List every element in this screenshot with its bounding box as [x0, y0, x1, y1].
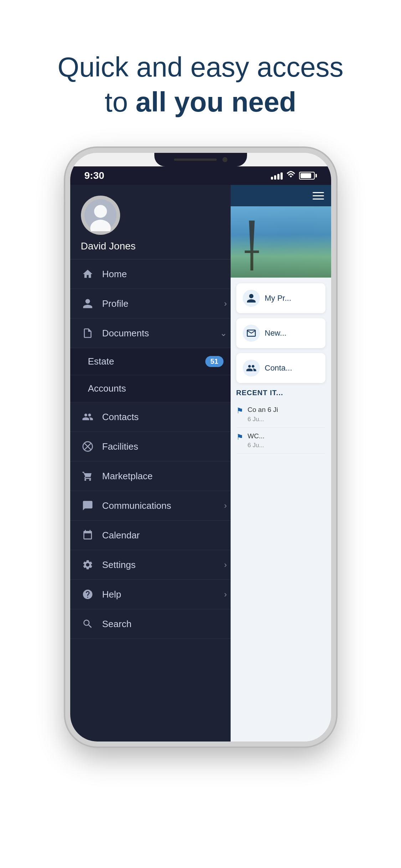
- sidebar-item-accounts[interactable]: Accounts: [70, 375, 238, 402]
- recent-items-title: RECENT IT...: [236, 389, 325, 397]
- sky-bg: [231, 206, 331, 278]
- sidebar-item-documents[interactable]: Documents ⌄: [70, 319, 238, 348]
- chevron-right-icon-help: ›: [224, 589, 227, 599]
- recent-items-section: RECENT IT... ⚑ Co an 6 Ji 6 Ju... ⚑ WC..…: [231, 389, 331, 454]
- sidebar-item-home[interactable]: Home: [70, 259, 238, 289]
- hero-line2-prefix: to: [105, 86, 136, 118]
- hero-line2-bold: all you need: [135, 86, 296, 118]
- right-panel-header: [231, 185, 331, 206]
- sidebar-header: David Jones: [70, 185, 238, 259]
- quick-access-cards: My Pr... New... Conta...: [231, 278, 331, 389]
- phone-container: 9:30: [0, 148, 401, 746]
- sidebar-item-communications[interactable]: Communications ›: [70, 491, 238, 521]
- chat-icon: [81, 499, 94, 512]
- phone-frame: 9:30: [65, 148, 336, 746]
- hamburger-menu-button[interactable]: [313, 192, 324, 200]
- hero-line1: Quick and easy access: [57, 51, 343, 83]
- recent-item-2-date: 6 Ju...: [248, 442, 265, 449]
- chevron-down-icon: ⌄: [220, 328, 227, 338]
- sidebar-item-settings[interactable]: Settings ›: [70, 550, 238, 580]
- contacts-icon: [81, 410, 94, 424]
- sidebar-item-label-marketplace: Marketplace: [102, 471, 227, 482]
- profile-card-icon: [243, 290, 260, 307]
- hamburger-line-1: [313, 192, 324, 193]
- document-icon: [81, 326, 94, 340]
- user-name: David Jones: [81, 241, 227, 252]
- sidebar-item-search[interactable]: Search: [70, 609, 238, 639]
- news-card-icon: [243, 325, 260, 342]
- contacts-card-icon: [243, 360, 260, 377]
- chevron-right-icon: ›: [224, 299, 227, 309]
- settings-icon: [81, 558, 94, 572]
- chevron-right-icon-settings: ›: [224, 560, 227, 570]
- sidebar-item-label-communications: Communications: [102, 500, 224, 511]
- sidebar-item-contacts[interactable]: Contacts: [70, 402, 238, 432]
- flag-icon-1: ⚑: [236, 406, 243, 415]
- person-icon: [81, 297, 94, 310]
- recent-item-1-content: Co an 6 Ji 6 Ju...: [248, 405, 278, 423]
- signal-bar-2: [274, 175, 276, 180]
- recent-item-1-date: 6 Ju...: [248, 416, 278, 423]
- cart-icon: [81, 469, 94, 483]
- status-time: 9:30: [84, 170, 104, 181]
- notch-camera: [222, 157, 227, 162]
- sidebar-item-label-settings: Settings: [102, 559, 224, 570]
- sidebar-item-help[interactable]: Help ›: [70, 580, 238, 609]
- recent-item-1-text: Co an 6 Ji: [248, 405, 278, 414]
- battery-tip: [315, 174, 317, 177]
- battery-body: [299, 172, 315, 180]
- card-my-profile-label: My Pr...: [265, 294, 292, 303]
- hero-heading: Quick and easy access to all you need: [29, 50, 372, 119]
- phone-notch: [154, 153, 247, 166]
- sidebar-item-label-search: Search: [102, 619, 227, 630]
- right-panel: My Pr... New... Conta... RECENT: [231, 185, 331, 742]
- chevron-right-icon-comms: ›: [224, 501, 227, 511]
- signal-bars-icon: [271, 172, 283, 180]
- sidebar-item-label-profile: Profile: [102, 298, 224, 309]
- estate-badge: 51: [205, 356, 223, 367]
- status-bar: 9:30: [70, 166, 331, 185]
- hamburger-line-3: [313, 198, 324, 200]
- svg-point-1: [94, 205, 107, 218]
- card-contacts[interactable]: Conta...: [236, 353, 325, 383]
- search-icon: [81, 617, 94, 631]
- calendar-icon: [81, 528, 94, 542]
- sidebar-item-estate[interactable]: Estate 51: [70, 348, 238, 375]
- recent-item-2-text: WC...: [248, 432, 265, 441]
- recent-item-2[interactable]: ⚑ WC... 6 Ju...: [236, 428, 325, 454]
- wifi-icon: [286, 171, 295, 181]
- notch-line: [174, 159, 217, 161]
- card-contacts-label: Conta...: [265, 363, 292, 373]
- sidebar-item-label-contacts: Contacts: [102, 412, 227, 423]
- sidebar-item-label-home: Home: [102, 269, 227, 280]
- sidebar-item-label-facilities: Facilities: [102, 441, 227, 452]
- sidebar-item-label-help: Help: [102, 589, 224, 600]
- sidebar-item-label-estate: Estate: [88, 356, 206, 367]
- hero-section: Quick and easy access to all you need: [0, 0, 401, 148]
- signal-bar-3: [277, 174, 279, 180]
- battery-icon: [299, 172, 317, 180]
- home-icon: [81, 267, 94, 281]
- battery-fill: [300, 173, 312, 178]
- status-icons: [271, 171, 317, 181]
- sidebar-item-calendar[interactable]: Calendar: [70, 521, 238, 550]
- signal-bar-1: [271, 177, 273, 180]
- sidebar-item-label-documents: Documents: [102, 328, 220, 339]
- card-my-profile[interactable]: My Pr...: [236, 283, 325, 313]
- sidebar-item-marketplace[interactable]: Marketplace: [70, 461, 238, 491]
- flag-icon-2: ⚑: [236, 433, 243, 442]
- hamburger-line-2: [313, 195, 324, 196]
- sidebar: David Jones Home Profile › Do: [70, 185, 238, 742]
- help-icon: [81, 588, 94, 601]
- facilities-icon: [81, 440, 94, 453]
- sidebar-item-facilities[interactable]: Facilities: [70, 432, 238, 461]
- recent-item-2-content: WC... 6 Ju...: [248, 432, 265, 449]
- sidebar-item-label-accounts: Accounts: [88, 383, 227, 394]
- card-news[interactable]: New...: [236, 318, 325, 348]
- sidebar-item-label-calendar: Calendar: [102, 530, 227, 541]
- sidebar-item-profile[interactable]: Profile ›: [70, 289, 238, 319]
- signal-bar-4: [281, 172, 283, 180]
- recent-item-1[interactable]: ⚑ Co an 6 Ji 6 Ju...: [236, 401, 325, 428]
- card-news-label: New...: [265, 329, 287, 338]
- hero-image: [231, 206, 331, 278]
